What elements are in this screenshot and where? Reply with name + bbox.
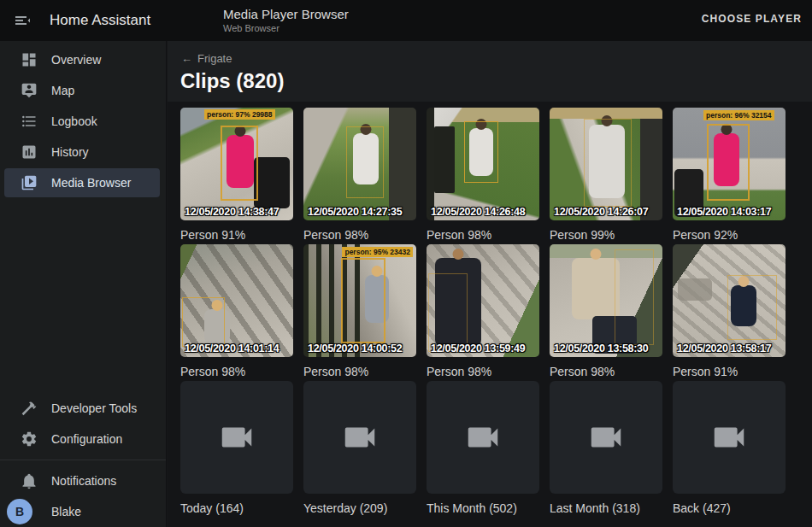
folder-thumbnail xyxy=(673,381,786,494)
sidebar-item-label: Logbook xyxy=(51,114,97,128)
detection-bounding-box xyxy=(584,119,632,207)
folder-label: Today (164) xyxy=(180,494,293,518)
folder-label: This Month (502) xyxy=(427,494,539,518)
breadcrumb-label: Frigate xyxy=(197,52,232,65)
sidebar-item-history[interactable]: History xyxy=(0,137,166,167)
clip-label: Person 98% xyxy=(303,220,416,244)
detection-bounding-box xyxy=(464,121,498,183)
folder-thumbnail xyxy=(303,381,416,494)
detection-bounding-box xyxy=(428,273,468,352)
detection-tag: person: 97% 29988 xyxy=(204,109,275,120)
sidebar-toggle-icon[interactable] xyxy=(12,10,32,31)
clip-timestamp: 12/05/2020 13:58:17 xyxy=(677,343,771,354)
avatar: B xyxy=(7,499,32,524)
clip-label: Person 98% xyxy=(427,357,539,381)
clip-card[interactable]: 12/05/2020 14:27:35 Person 98% xyxy=(303,108,416,244)
video-camera-icon xyxy=(463,418,503,457)
sidebar-item-media-browser[interactable]: Media Browser xyxy=(0,167,166,198)
sidebar-item-label: History xyxy=(51,145,89,159)
clip-timestamp: 12/05/2020 13:59:49 xyxy=(431,343,525,354)
folder-label: Back (427) xyxy=(673,494,786,518)
folder-label: Yesterday (209) xyxy=(303,494,416,518)
clip-timestamp: 12/05/2020 14:26:48 xyxy=(431,206,525,218)
clip-label: Person 98% xyxy=(427,220,539,244)
clip-timestamp: 12/05/2020 14:38:47 xyxy=(185,206,279,218)
detection-tag: person: 95% 23432 xyxy=(342,247,413,257)
clip-timestamp: 12/05/2020 14:03:17 xyxy=(677,206,771,218)
clip-card[interactable]: person: 97% 29988 12/05/2020 14:38:47 Pe… xyxy=(180,108,293,244)
sidebar-item-configuration[interactable]: Configuration xyxy=(0,424,166,454)
detection-bounding-box xyxy=(727,275,777,340)
clip-label: Person 91% xyxy=(673,357,786,381)
detection-bounding-box xyxy=(182,297,225,347)
sidebar-item-map[interactable]: Map xyxy=(0,75,166,106)
clip-card[interactable]: 12/05/2020 14:26:48 Person 98% xyxy=(427,108,539,244)
video-camera-icon xyxy=(586,418,626,457)
sidebar-item-label: Blake xyxy=(51,505,81,518)
clip-timestamp: 12/05/2020 14:00:52 xyxy=(308,343,402,354)
sidebar-item-profile[interactable]: B Blake xyxy=(0,496,166,527)
folder-card-this-month[interactable]: This Month (502) xyxy=(427,381,539,518)
sidebar-bottom: Developer Tools Configuration Notificati… xyxy=(0,393,166,527)
view-dashboard-icon xyxy=(21,51,38,68)
sidebar-item-label: Notifications xyxy=(51,474,116,488)
clip-card[interactable]: person: 95% 23432 12/05/2020 14:00:52 Pe… xyxy=(303,244,416,381)
clip-label: Person 98% xyxy=(550,357,662,381)
sidebar-item-label: Developer Tools xyxy=(51,401,137,415)
person-figure xyxy=(572,258,620,319)
sidebar-item-developer-tools[interactable]: Developer Tools xyxy=(0,393,166,424)
clip-card[interactable]: person: 96% 32154 12/05/2020 14:03:17 Pe… xyxy=(673,108,786,244)
sidebar-item-label: Map xyxy=(51,84,74,97)
clip-label: Person 92% xyxy=(673,220,786,244)
clip-timestamp: 12/05/2020 14:26:07 xyxy=(554,206,648,218)
video-camera-icon xyxy=(709,418,749,457)
folder-card-back[interactable]: Back (427) xyxy=(673,381,786,518)
folder-card-today[interactable]: Today (164) xyxy=(180,381,293,518)
video-camera-icon xyxy=(340,418,380,457)
page-title: Media Player Browser xyxy=(223,6,349,22)
sidebar-item-notifications[interactable]: Notifications xyxy=(0,466,166,496)
app-title: Home Assistant xyxy=(50,12,150,29)
clip-thumbnail: person: 97% 29988 12/05/2020 14:38:47 xyxy=(180,108,293,220)
content-header: ←Frigate Clips (820) xyxy=(168,41,812,102)
detection-bounding-box xyxy=(707,124,750,201)
clip-thumbnail: 12/05/2020 14:27:35 xyxy=(303,108,416,220)
clip-label: Person 99% xyxy=(550,220,662,244)
gate-prop xyxy=(434,126,455,193)
sidebar: Overview Map Logbook History Media Brows… xyxy=(0,41,167,527)
clip-label: Person 98% xyxy=(180,357,293,381)
sidebar-item-logbook[interactable]: Logbook xyxy=(0,106,166,137)
clip-thumbnail: 12/05/2020 14:26:48 xyxy=(427,108,539,220)
clip-card[interactable]: 12/05/2020 13:59:49 Person 98% xyxy=(427,244,539,381)
clip-card[interactable]: 12/05/2020 13:58:17 Person 91% xyxy=(673,244,786,381)
folder-card-last-month[interactable]: Last Month (318) xyxy=(550,381,662,518)
gear-icon xyxy=(21,430,38,448)
sidebar-item-overview[interactable]: Overview xyxy=(0,44,166,75)
step-prop xyxy=(678,278,712,301)
folder-thumbnail xyxy=(180,381,293,494)
sidebar-nav: Overview Map Logbook History Media Brows… xyxy=(0,44,166,198)
media-grid-area: person: 97% 29988 12/05/2020 14:38:47 Pe… xyxy=(168,102,812,527)
folder-card-yesterday[interactable]: Yesterday (209) xyxy=(303,381,416,518)
stroller-prop xyxy=(254,157,290,208)
detection-tag: person: 96% 32154 xyxy=(703,110,774,120)
chart-box-icon xyxy=(21,143,38,161)
folder-label: Last Month (318) xyxy=(550,494,662,518)
page-heading: Clips (820) xyxy=(180,69,284,93)
clip-thumbnail: 12/05/2020 14:01:14 xyxy=(180,244,293,357)
detection-bounding-box xyxy=(346,126,384,198)
folder-thumbnail xyxy=(427,381,539,494)
hammer-icon xyxy=(21,400,38,417)
clip-label: Person 98% xyxy=(303,357,416,381)
clip-card[interactable]: 12/05/2020 14:26:07 Person 99% xyxy=(550,108,662,244)
back-arrow-icon: ← xyxy=(181,52,192,65)
choose-player-button[interactable]: CHOOSE PLAYER xyxy=(702,13,802,25)
clip-card[interactable]: 12/05/2020 14:01:14 Person 98% xyxy=(180,244,293,381)
sidebar-item-label: Overview xyxy=(51,53,101,67)
clip-thumbnail: 12/05/2020 13:58:17 xyxy=(673,244,786,357)
clip-timestamp: 12/05/2020 14:27:35 xyxy=(308,206,402,218)
breadcrumb-back[interactable]: ←Frigate xyxy=(181,52,232,65)
clip-card[interactable]: 12/05/2020 13:58:30 Person 98% xyxy=(550,244,662,381)
detection-bounding-box xyxy=(221,126,258,201)
clip-thumbnail: 12/05/2020 14:26:07 xyxy=(550,108,662,220)
